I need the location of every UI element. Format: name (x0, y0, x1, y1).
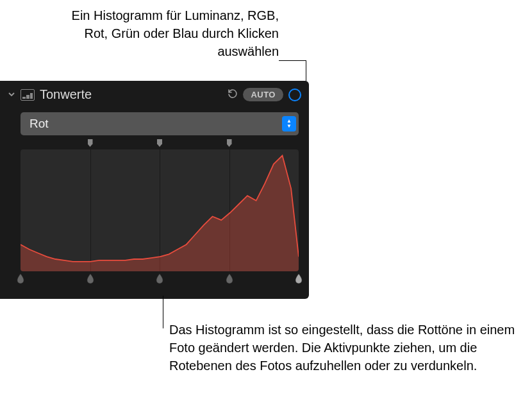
levels-panel: Tonwerte AUTO Rot ▲▼ (0, 81, 309, 299)
annotation-top-text: Ein Histogramm für Luminanz, RGB, Rot, G… (48, 6, 279, 60)
level-handle[interactable] (16, 274, 25, 284)
bottom-markers-row (21, 274, 299, 287)
top-markers-row (21, 139, 299, 149)
range-marker-top[interactable] (88, 139, 93, 147)
range-marker-top[interactable] (227, 139, 232, 147)
annotation-bottom-text: Das Histogramm ist so eingestellt, dass … (169, 321, 517, 375)
histogram-area (21, 139, 299, 287)
disclosure-triangle-icon[interactable] (8, 90, 15, 100)
enable-toggle-icon[interactable] (288, 89, 301, 101)
level-handle[interactable] (155, 274, 164, 284)
histogram-chart[interactable] (21, 149, 299, 271)
level-handle[interactable] (86, 274, 95, 284)
dropdown-arrows-icon: ▲▼ (282, 116, 296, 131)
level-handle[interactable] (225, 274, 234, 284)
histogram-icon (21, 89, 35, 101)
histogram-svg (21, 149, 299, 271)
panel-title: Tonwerte (40, 87, 221, 102)
auto-button[interactable]: AUTO (243, 88, 283, 101)
range-marker-top[interactable] (157, 139, 162, 147)
channel-selected-label: Rot (29, 117, 282, 131)
level-handle[interactable] (294, 274, 303, 284)
callout-line-bottom (163, 296, 163, 328)
reset-icon[interactable] (226, 87, 238, 102)
panel-header: Tonwerte AUTO (0, 81, 309, 107)
channel-dropdown[interactable]: Rot ▲▼ (21, 112, 299, 135)
